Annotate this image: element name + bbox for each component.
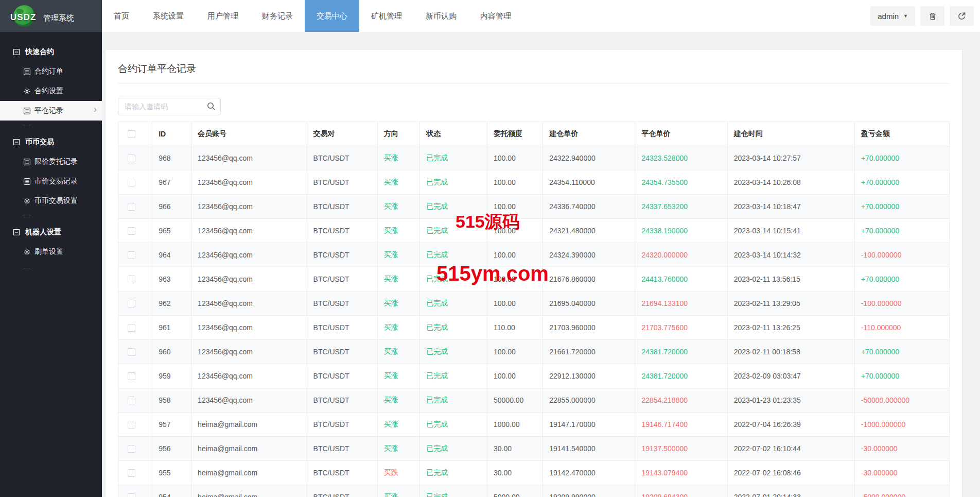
row-checkbox[interactable] (128, 251, 135, 259)
cell-open-price: 24354.110000 (543, 170, 635, 195)
cell-account: 123456@qq.com (191, 340, 307, 364)
cell-status: 已完成 (420, 195, 487, 219)
cell-open-price: 19209.990000 (543, 485, 635, 497)
nav-tab-3[interactable]: 用户管理 (196, 0, 250, 32)
cell-account: 123456@qq.com (191, 170, 307, 195)
list-icon (24, 178, 30, 185)
row-checkbox[interactable] (128, 421, 135, 429)
sidebar-item[interactable]: 市价交易记录 (0, 172, 102, 191)
sidebar-item[interactable]: 币币交易设置 (0, 191, 102, 211)
logo-suffix: 管理系统 (43, 13, 74, 23)
clear-cache-button[interactable] (920, 6, 944, 26)
nav-tab-4[interactable]: 财务记录 (250, 0, 305, 32)
collapse-icon (13, 139, 20, 145)
cell-direction: 买涨 (377, 485, 419, 497)
table-body: 968123456@qq.comBTC/USDT买涨已完成100.0024322… (118, 146, 950, 497)
nav-tab-6[interactable]: 矿机管理 (359, 0, 414, 32)
cell-pair: BTC/USDT (307, 195, 377, 219)
sidebar-item[interactable]: 合约订单 (0, 62, 102, 81)
sidebar-item[interactable]: 平仓记录› (0, 101, 102, 121)
cell-amount: 5000.00 (487, 485, 543, 497)
cell-close-price: 24337.653200 (635, 195, 727, 219)
cell-pnl: -50000.000000 (854, 388, 949, 413)
table-row: 963123456@qq.comBTC/USDT买涨已完成100.0021676… (118, 267, 950, 292)
cell-close-price: 19146.717400 (635, 413, 727, 437)
search-box (118, 98, 221, 115)
cell-pnl: -30.000000 (854, 461, 949, 485)
row-checkbox[interactable] (128, 203, 135, 211)
search-input[interactable] (118, 98, 221, 115)
row-checkbox[interactable] (128, 372, 135, 380)
admin-menu-button[interactable]: admin ▼ (870, 6, 915, 26)
select-all-checkbox[interactable] (128, 130, 135, 138)
cell-direction: 买涨 (377, 316, 419, 340)
cell-close-price: 19137.500000 (635, 437, 727, 461)
table-row: 964123456@qq.comBTC/USDT买涨已完成100.0024324… (118, 243, 950, 267)
table-header-row: ID会员账号交易对方向状态委托额度建仓单价平仓单价建仓时间盈亏金额 (118, 122, 950, 146)
select-all-cell (118, 122, 152, 146)
sidebar-group-header-2[interactable]: 币币交易 (0, 129, 102, 152)
cell-status: 已完成 (420, 146, 487, 170)
cell-open-price: 19142.470000 (543, 461, 635, 485)
cell-id: 966 (152, 195, 191, 219)
nav-tab-1[interactable]: 首页 (102, 0, 141, 32)
cell-id: 967 (152, 170, 191, 195)
cell-open-price: 21703.960000 (543, 316, 635, 340)
sidebar-item[interactable]: 刷单设置 (0, 242, 102, 262)
sidebar-group-label: 快速合约 (25, 47, 54, 57)
collapse-icon (13, 229, 20, 235)
nav-tab-2[interactable]: 系统设置 (141, 0, 196, 32)
cell-status: 已完成 (420, 219, 487, 243)
cell-checkbox (118, 219, 152, 243)
cell-id: 959 (152, 364, 191, 388)
gear-icon (24, 249, 30, 255)
nav-tab-8[interactable]: 内容管理 (468, 0, 523, 32)
gear-icon (24, 88, 30, 95)
cell-close-price: 24413.760000 (635, 267, 727, 292)
sidebar-group-header-1[interactable]: 快速合约 (0, 39, 102, 62)
row-checkbox[interactable] (128, 348, 135, 356)
cell-checkbox (118, 316, 152, 340)
row-checkbox[interactable] (128, 397, 135, 404)
cell-status: 已完成 (420, 243, 487, 267)
cell-direction: 买涨 (377, 437, 419, 461)
cell-account: heima@gmail.com (191, 413, 307, 437)
cell-open-price: 22912.130000 (543, 364, 635, 388)
sidebar-group-header-3[interactable]: 机器人设置 (0, 219, 102, 242)
cell-account: 123456@qq.com (191, 195, 307, 219)
cell-direction: 买涨 (377, 364, 419, 388)
row-checkbox[interactable] (128, 493, 135, 497)
row-checkbox[interactable] (128, 300, 135, 307)
cell-pnl: +70.000000 (854, 364, 949, 388)
cell-checkbox (118, 388, 152, 413)
cell-open-price: 21695.040000 (543, 292, 635, 316)
row-checkbox[interactable] (128, 155, 135, 162)
table-row: 957heima@gmail.comBTC/USDT买涨已完成1000.0019… (118, 413, 950, 437)
cell-open-price: 24324.390000 (543, 243, 635, 267)
row-checkbox[interactable] (128, 469, 135, 477)
logout-button[interactable] (950, 6, 974, 26)
row-checkbox[interactable] (128, 179, 135, 186)
cell-close-price: 22854.218800 (635, 388, 727, 413)
cell-direction: 买涨 (377, 146, 419, 170)
nav-tab-5[interactable]: 交易中心 (305, 0, 359, 32)
row-checkbox[interactable] (128, 445, 135, 453)
search-icon[interactable] (207, 102, 216, 113)
cell-pair: BTC/USDT (307, 292, 377, 316)
row-checkbox[interactable] (128, 227, 135, 235)
cell-amount: 100.00 (487, 170, 543, 195)
row-checkbox[interactable] (128, 276, 135, 283)
column-header: 建仓单价 (543, 122, 635, 146)
cell-direction: 买涨 (377, 267, 419, 292)
cell-status: 已完成 (420, 292, 487, 316)
cell-status: 已完成 (420, 485, 487, 497)
sidebar-item[interactable]: 合约设置 (0, 81, 102, 101)
table-row: 967123456@qq.comBTC/USDT买涨已完成100.0024354… (118, 170, 950, 195)
sidebar: USDZ 管理系统 快速合约合约订单合约设置平仓记录›币币交易限价委托记录市价交… (0, 0, 102, 497)
topbar-actions: admin ▼ (870, 6, 974, 26)
sidebar-group-label: 机器人设置 (25, 228, 61, 237)
nav-tab-7[interactable]: 新币认购 (414, 0, 468, 32)
cell-direction: 买涨 (377, 195, 419, 219)
sidebar-item[interactable]: 限价委托记录 (0, 152, 102, 172)
row-checkbox[interactable] (128, 324, 135, 332)
